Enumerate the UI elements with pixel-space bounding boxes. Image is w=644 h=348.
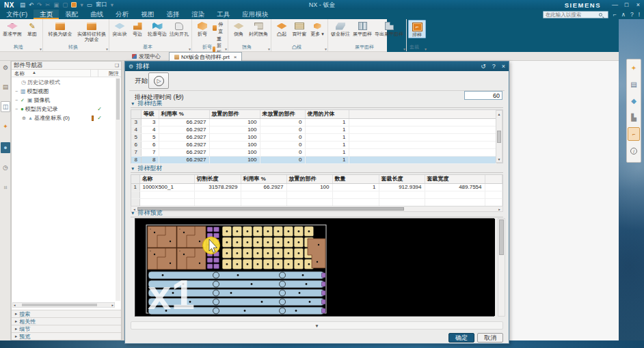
menu-curve[interactable]: 曲线 [84,10,109,19]
part-navigator-icon[interactable]: ◫ [1,101,10,112]
roles-gear-icon[interactable]: ⚙ [1,62,10,73]
results-row[interactable]: 5566.292710001 [131,133,496,141]
profiles-header-row[interactable]: 名称 切割长度 利用率 % 放置的部件 数量 套裁长度 套裁宽度 [131,175,502,183]
cancel-button[interactable]: 取消 [477,333,503,343]
menu-view[interactable]: 视图 [135,10,160,19]
undo-icon[interactable]: ↶ [29,1,33,8]
group-dialog-launcher-icon[interactable]: ▾ [189,46,191,51]
expand-icon[interactable]: ⊕ [21,116,27,121]
dialog-help-icon[interactable]: ? [492,63,496,70]
expand-icon[interactable]: ⌐ [613,11,617,18]
unbend-button[interactable]: 伸直 [211,21,226,35]
flat-pattern-button[interactable]: 展平图样 [351,20,373,37]
collapse-icon[interactable]: − [14,98,19,103]
results-header-row[interactable]: 等级 利用率 % 放置的部件 未放置的部件 使用的片体 [131,110,496,118]
web-browser-icon[interactable]: ● [1,142,10,153]
group-dialog-launcher-icon[interactable]: ▾ [40,46,42,51]
results-row[interactable]: 3366.292710001 [131,118,496,126]
column-name[interactable]: 名称 [14,70,25,77]
menu-tools[interactable]: 工具 [211,10,236,19]
dialog-reset-icon[interactable]: ↺ [481,63,486,70]
processing-time-input[interactable] [464,91,502,100]
menu-home[interactable]: 主页 [33,10,59,19]
nesting-button[interactable]: ⌐ 排样 [408,20,426,38]
group-dialog-launcher-icon[interactable]: ▾ [403,46,405,51]
preview-section-header[interactable]: ▼ 排样预览 [131,209,503,217]
results-section-header[interactable]: ▼ 排样结果 [131,100,503,108]
dialog-close-icon[interactable]: × [502,63,505,70]
command-finder-icon[interactable] [71,2,77,8]
navigator-column-header[interactable]: 名称 ▲ 附注 [12,70,121,77]
tree-item-model-views[interactable]: − ▥ 模型视图 [12,87,116,96]
help-icon[interactable]: ? [630,11,634,18]
menu-assembly[interactable]: 装配 [59,10,84,19]
minimize-button[interactable]: — [609,1,621,8]
flange-button[interactable]: 弯边 [129,20,146,37]
menu-analysis[interactable]: 分析 [109,10,135,19]
collapse-icon[interactable]: − [14,89,19,94]
navigator-section-dependencies[interactable]: ▸相关性 [12,317,121,325]
nesting-preview-viewport[interactable]: x1 [135,218,494,317]
bead-button[interactable]: 凸起 [273,20,291,37]
normal-cutout-button[interactable]: 法向开孔 [168,20,190,37]
export-flat-pattern-button[interactable]: 导出展平图样 [373,20,405,37]
close-button[interactable]: × [632,1,644,8]
bend-button[interactable]: 折弯 [193,20,211,37]
contour-flange-button[interactable]: 轮廓弯边 [146,20,168,37]
group-dialog-launcher-icon[interactable]: ▾ [106,46,108,51]
datum-plane-button[interactable]: 基准平面 [1,20,23,37]
save-icon[interactable]: ▤ [20,1,25,8]
command-search[interactable] [543,11,608,18]
restore-button[interactable]: □ [621,1,632,8]
alert-icon[interactable]: ! [639,11,640,18]
tab-discovery-center[interactable]: 发现中心 [127,52,165,61]
results-table-scrollbar[interactable]: ▲ ▼ [496,110,502,163]
profiles-section-header[interactable]: ▼ 排样型材 [131,165,503,173]
redo-icon[interactable]: ↷ [37,1,42,8]
info-icon[interactable]: i [628,144,640,158]
scroll-up-icon[interactable]: ▲ [496,111,502,117]
preview-canvas[interactable]: x1 [135,219,495,316]
dialog-title-bar[interactable]: ⚙ 排样 ↺ ? × [125,62,509,71]
ok-button[interactable]: 确定 [448,333,474,343]
minimize-ribbon-icon[interactable]: ∧ [621,11,626,18]
cut-icon[interactable]: ✂ [45,1,50,8]
tree-item-history-mode[interactable]: ◷ 历史记录模式 [12,78,116,87]
menu-application-modules[interactable]: 应用模块 [236,10,274,19]
column-comment[interactable]: 附注 [109,70,119,77]
tree-item-model-history[interactable]: − ● 模型历史记录 ✓ [12,105,116,113]
sheet-body-icon[interactable]: ◆ [628,94,640,107]
touch-icon[interactable]: ▭ [87,1,92,8]
navigator-vertical-scrollbar[interactable] [116,78,120,301]
more-button[interactable]: 更多 ▾ [308,20,326,37]
group-dialog-launcher-icon[interactable]: ▾ [268,46,270,51]
profiles-row[interactable]: 11000X500_131578.292966.29271001912.9394… [131,183,502,191]
constraint-navigator-icon[interactable]: ✦ [1,121,10,132]
preview-collapse-bar[interactable]: ▼ [131,321,503,330]
group-dialog-launcher-icon[interactable]: ▾ [225,46,227,51]
tab-active-document[interactable]: NX钣金自动排样.prt × [169,52,242,61]
dropdown-icon[interactable]: ▾ [80,1,83,8]
navigator-horizontal-scrollbar[interactable]: ◂▸ [12,302,115,308]
panel-pin-icon[interactable]: ❑ [115,63,119,68]
window-menu-caret[interactable]: ▾ [111,1,113,8]
results-row[interactable]: 6666.292710001 [131,141,496,148]
navigator-section-details[interactable]: ▸细节 [12,325,121,332]
copy-icon[interactable]: ▣ [53,1,59,8]
sparkle-icon[interactable]: ✦ [628,61,640,75]
louver-button[interactable]: 百叶窗 [291,20,308,37]
assembly-navigator-icon[interactable]: ▤ [1,81,10,92]
tree-item-datum-csys[interactable]: ⊕ ▲ 基准坐标系 (0) ✓ [12,113,116,122]
closed-corner-button[interactable]: 封闭拐角 [247,20,269,37]
preview-scrollbar[interactable] [498,218,505,317]
tab-button[interactable]: 突出块 [111,20,129,37]
solid-to-sheetmetal-button[interactable]: 实体特征转换为钣金 [76,20,107,42]
menu-select[interactable]: 选择 [160,10,185,19]
window-menu[interactable]: 窗口 [96,1,107,9]
search-input[interactable] [544,12,598,18]
chamfer-button[interactable]: 倒角 [230,20,247,37]
results-row[interactable]: 4466.292710001 [131,126,496,133]
sheetmetal-callout-button[interactable]: 钣金标注 [330,20,351,37]
roles-palette-icon[interactable]: ⌗ [1,182,10,193]
menu-file[interactable]: 文件(F) [0,10,33,19]
